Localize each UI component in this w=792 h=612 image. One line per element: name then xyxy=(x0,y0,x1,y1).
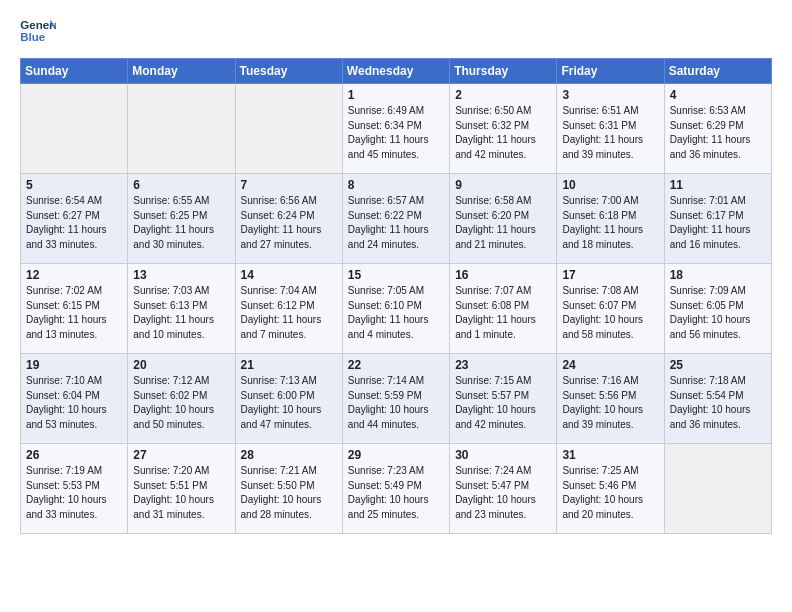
day-number: 26 xyxy=(26,448,122,462)
calendar-cell: 22Sunrise: 7:14 AM Sunset: 5:59 PM Dayli… xyxy=(342,354,449,444)
calendar-cell: 23Sunrise: 7:15 AM Sunset: 5:57 PM Dayli… xyxy=(450,354,557,444)
calendar-cell: 1Sunrise: 6:49 AM Sunset: 6:34 PM Daylig… xyxy=(342,84,449,174)
weekday-header-friday: Friday xyxy=(557,59,664,84)
day-number: 29 xyxy=(348,448,444,462)
day-info: Sunrise: 7:12 AM Sunset: 6:02 PM Dayligh… xyxy=(133,374,229,432)
day-number: 14 xyxy=(241,268,337,282)
calendar-cell: 4Sunrise: 6:53 AM Sunset: 6:29 PM Daylig… xyxy=(664,84,771,174)
day-info: Sunrise: 6:58 AM Sunset: 6:20 PM Dayligh… xyxy=(455,194,551,252)
weekday-header-wednesday: Wednesday xyxy=(342,59,449,84)
calendar-cell: 26Sunrise: 7:19 AM Sunset: 5:53 PM Dayli… xyxy=(21,444,128,534)
weekday-header-thursday: Thursday xyxy=(450,59,557,84)
day-info: Sunrise: 6:55 AM Sunset: 6:25 PM Dayligh… xyxy=(133,194,229,252)
calendar-cell: 24Sunrise: 7:16 AM Sunset: 5:56 PM Dayli… xyxy=(557,354,664,444)
day-info: Sunrise: 6:54 AM Sunset: 6:27 PM Dayligh… xyxy=(26,194,122,252)
calendar-wrapper: General Blue SundayMondayTuesdayWednesda… xyxy=(0,0,792,550)
day-info: Sunrise: 7:23 AM Sunset: 5:49 PM Dayligh… xyxy=(348,464,444,522)
weekday-header-saturday: Saturday xyxy=(664,59,771,84)
day-number: 5 xyxy=(26,178,122,192)
day-info: Sunrise: 7:08 AM Sunset: 6:07 PM Dayligh… xyxy=(562,284,658,342)
calendar-cell: 27Sunrise: 7:20 AM Sunset: 5:51 PM Dayli… xyxy=(128,444,235,534)
calendar-cell: 7Sunrise: 6:56 AM Sunset: 6:24 PM Daylig… xyxy=(235,174,342,264)
day-number: 25 xyxy=(670,358,766,372)
calendar-header: General Blue xyxy=(20,16,772,48)
day-info: Sunrise: 7:01 AM Sunset: 6:17 PM Dayligh… xyxy=(670,194,766,252)
calendar-cell: 28Sunrise: 7:21 AM Sunset: 5:50 PM Dayli… xyxy=(235,444,342,534)
calendar-cell: 18Sunrise: 7:09 AM Sunset: 6:05 PM Dayli… xyxy=(664,264,771,354)
calendar-cell: 16Sunrise: 7:07 AM Sunset: 6:08 PM Dayli… xyxy=(450,264,557,354)
day-number: 13 xyxy=(133,268,229,282)
calendar-cell xyxy=(21,84,128,174)
day-info: Sunrise: 6:56 AM Sunset: 6:24 PM Dayligh… xyxy=(241,194,337,252)
day-number: 10 xyxy=(562,178,658,192)
calendar-cell: 20Sunrise: 7:12 AM Sunset: 6:02 PM Dayli… xyxy=(128,354,235,444)
calendar-cell: 10Sunrise: 7:00 AM Sunset: 6:18 PM Dayli… xyxy=(557,174,664,264)
day-number: 19 xyxy=(26,358,122,372)
calendar-cell: 31Sunrise: 7:25 AM Sunset: 5:46 PM Dayli… xyxy=(557,444,664,534)
day-info: Sunrise: 7:20 AM Sunset: 5:51 PM Dayligh… xyxy=(133,464,229,522)
calendar-body: 1Sunrise: 6:49 AM Sunset: 6:34 PM Daylig… xyxy=(21,84,772,534)
week-row-4: 26Sunrise: 7:19 AM Sunset: 5:53 PM Dayli… xyxy=(21,444,772,534)
day-number: 20 xyxy=(133,358,229,372)
day-number: 31 xyxy=(562,448,658,462)
day-number: 23 xyxy=(455,358,551,372)
day-info: Sunrise: 7:00 AM Sunset: 6:18 PM Dayligh… xyxy=(562,194,658,252)
day-info: Sunrise: 7:16 AM Sunset: 5:56 PM Dayligh… xyxy=(562,374,658,432)
day-info: Sunrise: 6:49 AM Sunset: 6:34 PM Dayligh… xyxy=(348,104,444,162)
day-info: Sunrise: 7:19 AM Sunset: 5:53 PM Dayligh… xyxy=(26,464,122,522)
calendar-cell: 12Sunrise: 7:02 AM Sunset: 6:15 PM Dayli… xyxy=(21,264,128,354)
calendar-cell xyxy=(235,84,342,174)
day-number: 21 xyxy=(241,358,337,372)
day-info: Sunrise: 7:21 AM Sunset: 5:50 PM Dayligh… xyxy=(241,464,337,522)
calendar-cell: 14Sunrise: 7:04 AM Sunset: 6:12 PM Dayli… xyxy=(235,264,342,354)
day-info: Sunrise: 7:24 AM Sunset: 5:47 PM Dayligh… xyxy=(455,464,551,522)
day-number: 15 xyxy=(348,268,444,282)
day-info: Sunrise: 7:18 AM Sunset: 5:54 PM Dayligh… xyxy=(670,374,766,432)
day-info: Sunrise: 7:03 AM Sunset: 6:13 PM Dayligh… xyxy=(133,284,229,342)
day-info: Sunrise: 7:09 AM Sunset: 6:05 PM Dayligh… xyxy=(670,284,766,342)
day-number: 22 xyxy=(348,358,444,372)
day-info: Sunrise: 6:51 AM Sunset: 6:31 PM Dayligh… xyxy=(562,104,658,162)
day-info: Sunrise: 7:13 AM Sunset: 6:00 PM Dayligh… xyxy=(241,374,337,432)
day-info: Sunrise: 7:25 AM Sunset: 5:46 PM Dayligh… xyxy=(562,464,658,522)
day-number: 17 xyxy=(562,268,658,282)
day-number: 18 xyxy=(670,268,766,282)
day-number: 28 xyxy=(241,448,337,462)
calendar-cell xyxy=(664,444,771,534)
day-info: Sunrise: 7:15 AM Sunset: 5:57 PM Dayligh… xyxy=(455,374,551,432)
calendar-cell: 5Sunrise: 6:54 AM Sunset: 6:27 PM Daylig… xyxy=(21,174,128,264)
weekday-header-tuesday: Tuesday xyxy=(235,59,342,84)
day-number: 1 xyxy=(348,88,444,102)
week-row-1: 5Sunrise: 6:54 AM Sunset: 6:27 PM Daylig… xyxy=(21,174,772,264)
svg-text:Blue: Blue xyxy=(20,31,46,43)
calendar-cell: 21Sunrise: 7:13 AM Sunset: 6:00 PM Dayli… xyxy=(235,354,342,444)
calendar-cell: 11Sunrise: 7:01 AM Sunset: 6:17 PM Dayli… xyxy=(664,174,771,264)
calendar-cell: 9Sunrise: 6:58 AM Sunset: 6:20 PM Daylig… xyxy=(450,174,557,264)
calendar-cell: 29Sunrise: 7:23 AM Sunset: 5:49 PM Dayli… xyxy=(342,444,449,534)
weekday-header-sunday: Sunday xyxy=(21,59,128,84)
day-number: 24 xyxy=(562,358,658,372)
calendar-table: SundayMondayTuesdayWednesdayThursdayFrid… xyxy=(20,58,772,534)
day-info: Sunrise: 6:50 AM Sunset: 6:32 PM Dayligh… xyxy=(455,104,551,162)
calendar-cell: 30Sunrise: 7:24 AM Sunset: 5:47 PM Dayli… xyxy=(450,444,557,534)
calendar-cell: 13Sunrise: 7:03 AM Sunset: 6:13 PM Dayli… xyxy=(128,264,235,354)
day-info: Sunrise: 7:07 AM Sunset: 6:08 PM Dayligh… xyxy=(455,284,551,342)
day-number: 7 xyxy=(241,178,337,192)
calendar-cell: 15Sunrise: 7:05 AM Sunset: 6:10 PM Dayli… xyxy=(342,264,449,354)
logo: General Blue xyxy=(20,16,56,48)
day-number: 9 xyxy=(455,178,551,192)
calendar-cell: 17Sunrise: 7:08 AM Sunset: 6:07 PM Dayli… xyxy=(557,264,664,354)
day-info: Sunrise: 6:57 AM Sunset: 6:22 PM Dayligh… xyxy=(348,194,444,252)
day-info: Sunrise: 7:02 AM Sunset: 6:15 PM Dayligh… xyxy=(26,284,122,342)
calendar-cell xyxy=(128,84,235,174)
day-number: 16 xyxy=(455,268,551,282)
week-row-0: 1Sunrise: 6:49 AM Sunset: 6:34 PM Daylig… xyxy=(21,84,772,174)
logo-icon: General Blue xyxy=(20,16,56,48)
day-number: 8 xyxy=(348,178,444,192)
week-row-3: 19Sunrise: 7:10 AM Sunset: 6:04 PM Dayli… xyxy=(21,354,772,444)
calendar-cell: 8Sunrise: 6:57 AM Sunset: 6:22 PM Daylig… xyxy=(342,174,449,264)
day-number: 11 xyxy=(670,178,766,192)
weekday-header-monday: Monday xyxy=(128,59,235,84)
day-info: Sunrise: 6:53 AM Sunset: 6:29 PM Dayligh… xyxy=(670,104,766,162)
day-info: Sunrise: 7:14 AM Sunset: 5:59 PM Dayligh… xyxy=(348,374,444,432)
